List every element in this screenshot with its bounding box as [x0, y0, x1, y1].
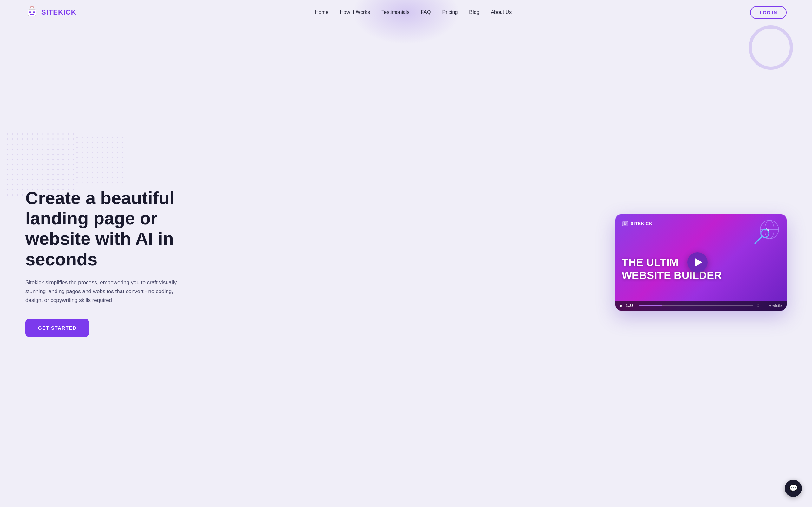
nav-how-it-works[interactable]: How It Works [340, 9, 370, 15]
hero-subtitle: Sitekick simplifies the process, empower… [26, 278, 177, 305]
svg-rect-16 [624, 224, 626, 225]
logo-text: SITEKICK [41, 8, 77, 16]
svg-point-10 [31, 7, 32, 8]
play-button[interactable] [687, 252, 708, 273]
play-triangle-icon [695, 258, 702, 267]
fullscreen-icon[interactable]: ⛶ [762, 303, 766, 308]
get-started-button[interactable]: GET STARTED [26, 319, 89, 337]
video-logo-icon [622, 220, 629, 227]
hero-left: Create a beautiful landing page or websi… [26, 188, 203, 337]
video-progress-fill [639, 305, 662, 306]
nav-faq[interactable]: FAQ [420, 9, 431, 15]
video-controls-bar: ▶ 1:22 ⚙ ⛶ ≋ wistia [615, 301, 786, 311]
globe-magnifier-icon: WWW [750, 218, 781, 246]
svg-rect-9 [30, 14, 34, 15]
video-logo-text: SITEKICK [630, 221, 653, 226]
login-button[interactable]: LOG IN [750, 6, 786, 19]
chat-icon: 💬 [789, 484, 798, 493]
nav-testimonials[interactable]: Testimonials [381, 9, 409, 15]
video-progress-bar[interactable] [639, 305, 753, 306]
video-time: 1:22 [626, 303, 636, 308]
svg-line-23 [755, 236, 762, 243]
settings-icon[interactable]: ⚙ [757, 303, 760, 308]
svg-rect-13 [622, 222, 628, 226]
logo-icon [26, 6, 39, 19]
nav-blog[interactable]: Blog [469, 9, 479, 15]
main-nav: Home How It Works Testimonials FAQ Prici… [315, 9, 512, 15]
svg-point-12 [33, 7, 34, 8]
hero-title: Create a beautiful landing page or websi… [26, 188, 203, 270]
hero-section: Create a beautiful landing page or websi… [0, 25, 812, 506]
logo[interactable]: SITEKICK [26, 6, 77, 19]
video-inner: SITEKICK WWW [615, 214, 786, 311]
header: SITEKICK Home How It Works Testimonials … [0, 0, 812, 25]
nav-home[interactable]: Home [315, 9, 328, 15]
video-card[interactable]: SITEKICK WWW [615, 214, 786, 311]
svg-point-15 [625, 222, 627, 224]
chat-bubble-button[interactable]: 💬 [785, 480, 802, 497]
wistia-logo: ≋ wistia [768, 304, 782, 307]
nav-pricing[interactable]: Pricing [442, 9, 458, 15]
video-controls-right: ⚙ ⛶ ≋ wistia [757, 303, 782, 308]
video-content: SITEKICK WWW [615, 214, 786, 311]
svg-point-14 [623, 222, 625, 224]
svg-point-7 [29, 11, 31, 13]
svg-point-8 [33, 11, 35, 13]
play-icon-small[interactable]: ▶ [620, 303, 623, 308]
svg-point-11 [32, 6, 33, 7]
hero-right: SITEKICK WWW [615, 214, 786, 311]
nav-about-us[interactable]: About Us [491, 9, 512, 15]
